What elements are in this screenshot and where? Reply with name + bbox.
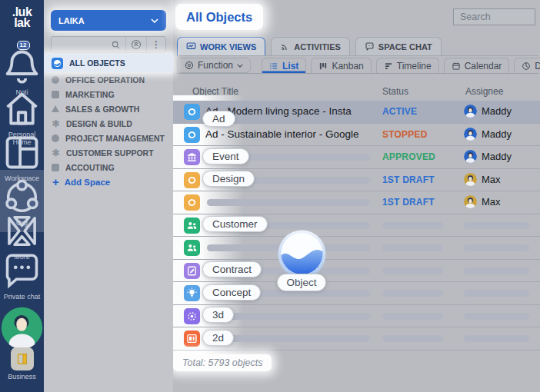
work-views-icon <box>186 42 196 51</box>
gear-icon: ✱ <box>52 120 60 128</box>
spaces-panel: LAIKA ⋮ ALL OBJECTS OFFICE OPERATION MAR… <box>44 0 173 392</box>
tab-space-chat[interactable]: SPACE CHAT <box>355 37 442 55</box>
table-row[interactable]: 2d <box>173 327 540 350</box>
view-tab-timeline[interactable]: Timeline <box>376 58 439 73</box>
status-badge[interactable]: 1ST DRAFT <box>382 174 435 185</box>
contract-type-icon <box>184 263 200 279</box>
space-selector-dropdown[interactable]: LAIKA <box>51 10 166 31</box>
assignee-cell[interactable]: Maddy <box>464 128 512 141</box>
assignee-avatar <box>464 195 477 208</box>
status-skeleton <box>382 313 443 320</box>
design-type-icon <box>184 194 200 211</box>
luklak-logo: .luklak <box>0 7 44 28</box>
bell-icon: 12 <box>0 45 44 88</box>
object-type-tooltip: 2d <box>202 330 234 346</box>
app-rail: .luklak 12 Noti Personal Home Workspace … <box>0 0 44 392</box>
view-tabs: Function List Kanban Timeline <box>177 58 538 74</box>
page-title: All Objects <box>175 4 263 30</box>
add-space-button[interactable]: + Add Space <box>52 175 110 188</box>
list-icon <box>269 61 278 71</box>
view-tab-kanban[interactable]: Kanban <box>311 58 371 73</box>
assignee-name: Maddy <box>482 105 512 117</box>
space-item[interactable]: ACCOUTING <box>44 160 173 174</box>
concept-type-icon <box>184 285 200 301</box>
rail-item-private-chat[interactable]: Private chat <box>0 249 44 301</box>
assignee-name: Max <box>482 196 501 208</box>
object-type-tooltip: Design <box>202 171 255 187</box>
table-row[interactable]: 1ST DRAFTMax <box>173 191 540 214</box>
status-badge[interactable]: STOPPED <box>382 129 428 140</box>
title-skeleton <box>207 199 370 206</box>
space-item[interactable]: PROJECT MANAGEMENT <box>44 131 173 145</box>
assignee-skeleton <box>464 222 529 229</box>
circle-icon <box>52 76 59 84</box>
assignee-cell[interactable]: Maddy <box>464 105 512 118</box>
column-status: Status <box>382 86 408 97</box>
total-count: Total: 5793 objects <box>173 354 272 371</box>
space-item[interactable]: OFFICE OPERATION <box>44 72 173 87</box>
object-title[interactable]: Ad - Sustainable interior - Google <box>205 128 359 140</box>
global-search-input[interactable]: Search <box>453 8 535 25</box>
table-row[interactable]: 1ST DRAFTMaxDesign <box>173 169 540 192</box>
all-objects-icon <box>52 58 63 69</box>
tab-work-views[interactable]: WORK VIEWS <box>177 37 265 55</box>
noti-badge: 12 <box>17 41 30 50</box>
activities-icon <box>280 42 290 51</box>
table-row[interactable]: Ad - Modern living space - InstaACTIVEMa… <box>173 101 540 124</box>
collapse-all-icon[interactable] <box>125 37 146 52</box>
square-icon <box>52 164 59 171</box>
assignee-cell[interactable]: Max <box>464 195 501 208</box>
status-badge[interactable]: ACTIVE <box>382 106 417 117</box>
space-item[interactable]: ✱DESIGN & BUILD <box>44 116 173 131</box>
workspace-icon <box>0 131 44 174</box>
view-tab-calendar[interactable]: Calendar <box>444 58 510 73</box>
function-dropdown[interactable]: Function <box>177 58 251 73</box>
status-badge[interactable]: 1ST DRAFT <box>382 197 435 208</box>
event-type-icon <box>184 149 200 165</box>
table-row[interactable]: Concept <box>173 282 540 305</box>
more-icon <box>0 209 44 253</box>
function-icon <box>185 61 194 70</box>
object-type-tooltip: Concept <box>202 284 261 301</box>
space-item-all-objects[interactable]: ALL OBJECTS <box>44 54 173 72</box>
square-icon <box>52 91 59 98</box>
object-type-tooltip: 3d <box>202 307 234 323</box>
view-tab-dashboard[interactable]: Dashboard <box>514 58 540 73</box>
main-area: All Objects Search WORK VIEWS ACTIVITIES… <box>173 0 540 392</box>
kebab-menu-icon[interactable]: ⋮ <box>146 37 165 52</box>
threed-type-icon <box>184 308 200 324</box>
table-row[interactable]: Contract <box>173 260 540 283</box>
status-skeleton <box>382 244 443 251</box>
object-type-tooltip: Customer <box>202 216 268 232</box>
assignee-cell[interactable]: Max <box>464 173 501 186</box>
table-rows: Ad - Modern living space - InstaACTIVEMa… <box>173 101 540 350</box>
customer-type-icon <box>184 218 200 234</box>
object-type-tooltip: Contract <box>202 261 262 277</box>
triangle-icon <box>52 105 59 112</box>
table-row[interactable]: APPROVEDMaddyEvent <box>173 146 540 169</box>
plus-icon: + <box>52 175 59 188</box>
space-item[interactable]: SALES & GROWTH <box>44 101 173 116</box>
timeline-icon <box>384 61 393 71</box>
assignee-skeleton <box>464 335 529 342</box>
status-badge[interactable]: APPROVED <box>382 151 435 162</box>
assignee-skeleton <box>464 313 529 320</box>
chevron-down-icon <box>237 64 243 68</box>
assignee-avatar <box>464 150 477 163</box>
assignee-cell[interactable]: Maddy <box>464 150 512 163</box>
table-row[interactable]: Customer <box>173 214 540 238</box>
column-assignee: Assignee <box>465 86 503 97</box>
tab-activities[interactable]: ACTIVITIES <box>271 37 350 55</box>
rail-item-business[interactable]: Business <box>0 347 44 380</box>
space-list: ALL OBJECTS OFFICE OPERATION MARKETING S… <box>44 54 173 174</box>
view-tab-list[interactable]: List <box>262 58 306 73</box>
table-row[interactable] <box>173 237 540 260</box>
panel-search-bar[interactable]: ⋮ <box>51 36 166 53</box>
search-icon[interactable] <box>106 37 125 52</box>
space-item[interactable]: MARKETING <box>44 87 173 101</box>
object-type-tooltip: Event <box>202 148 249 164</box>
table-row[interactable]: 3d <box>173 305 540 328</box>
main-tabs: WORK VIEWS ACTIVITIES SPACE CHAT <box>177 35 538 56</box>
space-item[interactable]: ✱CUSTOMER SUPPORT <box>44 145 173 160</box>
object-tooltip: Object <box>277 274 326 291</box>
